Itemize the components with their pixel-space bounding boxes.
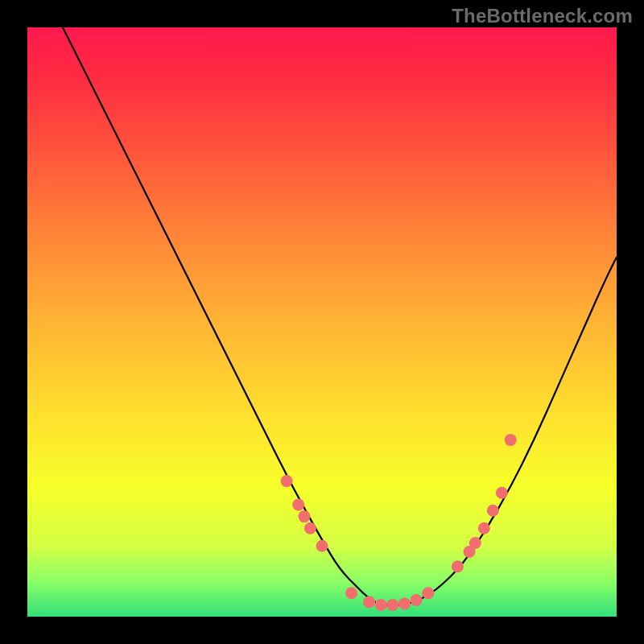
data-point	[316, 540, 328, 552]
chart-svg	[27, 27, 617, 617]
plot-area	[27, 27, 617, 617]
data-point	[299, 510, 311, 522]
data-point	[304, 522, 316, 535]
data-point	[478, 522, 490, 535]
data-point	[386, 599, 398, 611]
data-point	[281, 475, 293, 487]
data-point	[345, 587, 357, 599]
bottleneck-curve	[63, 27, 617, 605]
data-point	[505, 434, 517, 446]
data-point	[375, 599, 387, 611]
chart-frame: TheBottleneck.com	[0, 0, 644, 644]
data-point	[292, 498, 304, 510]
watermark-text: TheBottleneck.com	[452, 5, 633, 27]
data-point	[452, 560, 464, 572]
data-point	[469, 537, 481, 549]
data-point	[398, 597, 411, 609]
data-point	[363, 596, 375, 608]
data-point	[496, 487, 508, 499]
data-point	[422, 587, 434, 599]
data-points-group	[281, 434, 517, 611]
data-point	[487, 505, 499, 517]
data-point	[411, 594, 423, 606]
